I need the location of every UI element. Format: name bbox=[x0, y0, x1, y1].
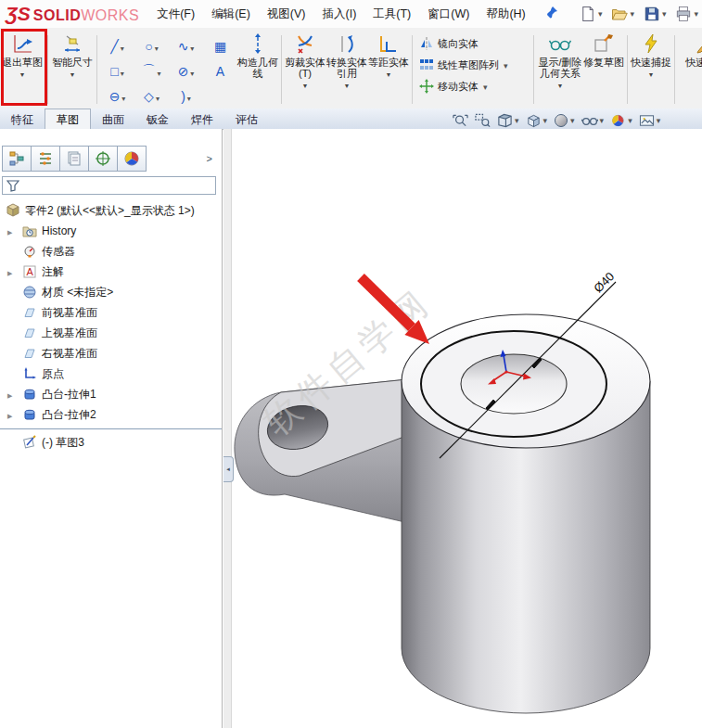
tab-property-manager[interactable] bbox=[32, 146, 60, 172]
menu-file[interactable]: 文件(F) bbox=[148, 1, 203, 28]
convert-entities-button[interactable]: 转换实体引用 bbox=[325, 30, 368, 109]
offset-entities-button[interactable]: 等距实体 bbox=[368, 30, 409, 109]
tree-item-material[interactable]: 材质 <未指定> bbox=[0, 282, 222, 302]
menu-tools[interactable]: 工具(T) bbox=[364, 1, 419, 28]
tree-item-right-plane[interactable]: 右视基准面 bbox=[0, 343, 222, 364]
trim-entities-icon bbox=[294, 32, 316, 55]
move-entities-dropdown[interactable] bbox=[482, 81, 488, 92]
svg-text:A: A bbox=[27, 266, 34, 277]
zoom-area-button[interactable] bbox=[475, 113, 491, 128]
plane-icon bbox=[22, 346, 37, 361]
menu-insert[interactable]: 插入(I) bbox=[314, 1, 365, 28]
tab-configuration-manager[interactable] bbox=[60, 146, 89, 172]
sketch-3d-tool[interactable]: ▦ bbox=[203, 33, 237, 58]
offset-entities-icon bbox=[377, 32, 400, 55]
zoom-fit-button[interactable] bbox=[453, 113, 468, 128]
origin-icon bbox=[22, 366, 37, 381]
exit-sketch-button[interactable]: 退出草图 bbox=[0, 30, 45, 109]
polygon-tool[interactable]: ◇ bbox=[134, 83, 169, 109]
tree-item-sketch3[interactable]: (-) 草图3 bbox=[0, 432, 222, 453]
rapid-sketch-button[interactable]: 快速草图 bbox=[678, 30, 702, 109]
save-button[interactable] bbox=[642, 4, 669, 24]
tree-filter-box[interactable] bbox=[2, 176, 216, 195]
arc-tool[interactable]: ⌒ bbox=[134, 58, 169, 83]
repair-sketch-icon bbox=[593, 32, 615, 55]
menu-window[interactable]: 窗口(W) bbox=[419, 1, 478, 28]
linear-pattern-icon bbox=[419, 57, 434, 72]
edit-appearance-button[interactable] bbox=[610, 113, 632, 128]
expand-arrow-icon[interactable] bbox=[7, 265, 12, 278]
fillet-tool[interactable]: ) bbox=[169, 83, 203, 109]
quick-snaps-dropdown[interactable] bbox=[648, 68, 655, 81]
print-button[interactable] bbox=[673, 4, 700, 24]
boss-extrude-icon bbox=[22, 387, 37, 402]
sketch-icon bbox=[22, 435, 37, 450]
tree-item-boss-extrude1[interactable]: 凸台-拉伸1 bbox=[0, 384, 222, 404]
tree-item-history[interactable]: History bbox=[0, 221, 222, 241]
move-entities-button[interactable]: 移动实体 bbox=[419, 79, 527, 94]
offset-entities-dropdown[interactable] bbox=[386, 68, 392, 81]
part-icon bbox=[6, 203, 20, 218]
3d-viewport[interactable]: 软件自学网 Ø40 bbox=[223, 129, 702, 728]
expand-arrow-icon[interactable] bbox=[7, 408, 12, 421]
trim-entities-dropdown[interactable] bbox=[302, 79, 309, 92]
construction-geometry-button[interactable]: 构造几何线 bbox=[237, 30, 278, 109]
graphics-area[interactable]: 软件自学网 Ø40 bbox=[223, 129, 702, 728]
menu-view[interactable]: 视图(V) bbox=[259, 1, 314, 28]
display-delete-relations-button[interactable]: 显示/删除几何关系 bbox=[537, 30, 583, 109]
menubar-quick-tools bbox=[578, 4, 702, 24]
exit-sketch-dropdown[interactable] bbox=[19, 68, 26, 81]
tab-featuremanager-tree[interactable] bbox=[2, 146, 32, 172]
open-document-button[interactable] bbox=[609, 4, 636, 24]
line-tool[interactable]: ╱ bbox=[100, 33, 134, 58]
cylinder-boss[interactable] bbox=[402, 314, 650, 713]
linear-sketch-pattern-button[interactable]: 线性草图阵列 bbox=[419, 57, 527, 72]
construction-geometry-icon bbox=[247, 32, 269, 55]
pin-menubar-icon[interactable] bbox=[545, 6, 558, 22]
text-tool[interactable]: A bbox=[203, 58, 237, 83]
tree-root-part[interactable]: 零件2 (默认<<默认>_显示状态 1>) bbox=[0, 200, 222, 221]
convert-entities-dropdown[interactable] bbox=[344, 79, 351, 92]
linear-pattern-dropdown[interactable] bbox=[503, 59, 508, 70]
tree-item-sensors[interactable]: 传感器 bbox=[0, 241, 222, 262]
rollback-bar[interactable] bbox=[0, 428, 222, 429]
mirror-entities-button[interactable]: 镜向实体 bbox=[419, 36, 527, 51]
relations-dropdown[interactable] bbox=[557, 79, 564, 92]
menu-help[interactable]: 帮助(H) bbox=[478, 1, 533, 28]
expand-arrow-icon[interactable] bbox=[7, 388, 12, 401]
tree-filter-input[interactable] bbox=[22, 179, 211, 192]
tree-item-boss-extrude2[interactable]: 凸台-拉伸2 bbox=[0, 404, 222, 425]
view-orientation-button[interactable] bbox=[526, 113, 548, 128]
repair-sketch-button[interactable]: 修复草图 bbox=[583, 30, 624, 109]
slot-tool[interactable]: ⊖ bbox=[100, 83, 134, 109]
display-style-button[interactable] bbox=[554, 113, 575, 128]
section-view-button[interactable] bbox=[497, 113, 519, 128]
panel-expand-chevron-icon[interactable] bbox=[201, 153, 218, 164]
tab-display-manager[interactable] bbox=[118, 146, 147, 172]
panel-splitter[interactable] bbox=[223, 129, 232, 728]
apply-scene-button[interactable] bbox=[639, 113, 661, 128]
smart-dimension-button[interactable]: 智能尺寸 bbox=[51, 30, 94, 109]
expand-arrow-icon[interactable] bbox=[7, 224, 12, 237]
tree-item-top-plane[interactable]: 上视基准面 bbox=[0, 323, 222, 343]
spline-tool[interactable]: ∿ bbox=[169, 33, 203, 58]
ellipse-tool[interactable]: ⊘ bbox=[169, 58, 203, 83]
menu-edit[interactable]: 编辑(E) bbox=[203, 1, 259, 28]
new-document-button[interactable] bbox=[578, 4, 605, 24]
tree-item-front-plane[interactable]: 前视基准面 bbox=[0, 302, 222, 323]
rectangle-tool[interactable]: □ bbox=[100, 58, 134, 83]
hide-show-items-button[interactable] bbox=[581, 113, 605, 128]
tree-item-origin[interactable]: 原点 bbox=[0, 364, 222, 384]
quick-snaps-button[interactable]: 快速捕捉 bbox=[631, 30, 671, 109]
solidworks-logo: ƷS SOLID WORKS bbox=[0, 3, 148, 25]
tree-item-annotations[interactable]: A 注解 bbox=[0, 262, 222, 282]
smart-dimension-dropdown[interactable] bbox=[70, 68, 76, 81]
circle-tool[interactable]: ○ bbox=[134, 33, 169, 58]
mirror-entities-icon bbox=[419, 36, 434, 51]
menu-bar: ƷS SOLID WORKS 文件(F) 编辑(E) 视图(V) 插入(I) 工… bbox=[0, 0, 702, 29]
relations-glasses-icon bbox=[549, 32, 571, 55]
smart-dimension-icon bbox=[61, 32, 83, 55]
panel-collapse-button[interactable] bbox=[223, 456, 234, 482]
tab-dimxpert-manager[interactable] bbox=[89, 146, 118, 172]
trim-entities-button[interactable]: 剪裁实体(T) bbox=[285, 30, 325, 109]
